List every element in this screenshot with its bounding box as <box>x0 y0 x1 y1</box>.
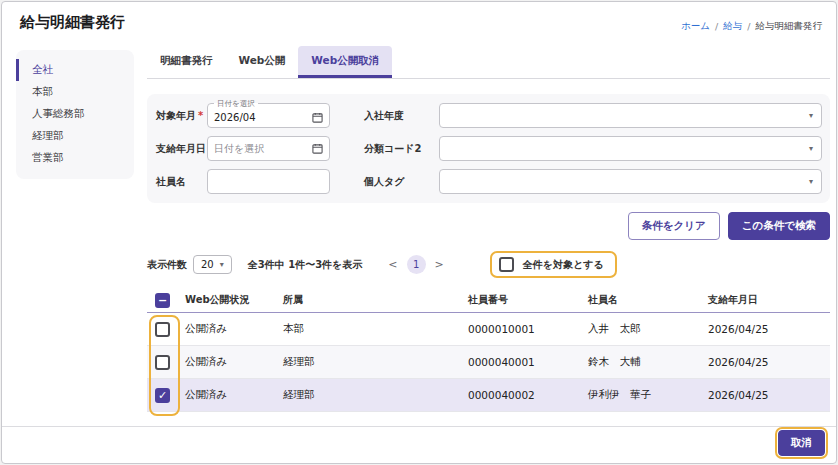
cell-status: 公開済み <box>185 355 283 369</box>
row-checkbox[interactable] <box>155 322 170 337</box>
select-all-checkbox[interactable] <box>499 257 514 272</box>
select-all-label[interactable]: 全件を対象とする <box>523 258 604 272</box>
column-header-employee-name: 社員名 <box>588 293 708 307</box>
sidebar-item-headquarters[interactable]: 本部 <box>16 81 134 103</box>
table-row[interactable]: ✓ 公開済み 経理部 0000040002 伊利伊 華子 2026/04/25 <box>147 379 830 412</box>
breadcrumb-salary-link[interactable]: 給与 <box>723 20 742 33</box>
personal-tag-label: 個人タグ <box>360 175 439 189</box>
employee-name-field <box>207 169 330 194</box>
sidebar-item-label: 人事総務部 <box>32 107 85 121</box>
search-filter-panel: 対象年月* 日付を選択 入社年度 ▾ 支給年月日 分類コード2 ▾ <box>147 94 830 203</box>
page-size-select[interactable]: 20 ▾ <box>193 255 232 274</box>
sidebar-item-all-company[interactable]: 全社 <box>16 59 134 81</box>
category-code2-label: 分類コード2 <box>360 142 439 156</box>
chevron-left-icon[interactable]: < <box>388 259 397 270</box>
cell-employee-name: 伊利伊 華子 <box>588 388 708 402</box>
pagination: < 1 > <box>388 255 443 274</box>
footer-divider <box>2 426 836 427</box>
pay-date-field <box>207 136 330 161</box>
cell-employee-name: 鈴木 大輔 <box>588 355 708 369</box>
sidebar-item-sales[interactable]: 営業部 <box>16 147 134 169</box>
list-controls: 表示件数 20 ▾ 全3件中 1件〜3件を表示 < 1 > 全件を対象とする <box>147 251 830 278</box>
tab-web-publish[interactable]: Web公開 <box>226 46 299 78</box>
chevron-down-icon: ▾ <box>809 111 813 120</box>
employee-name-label: 社員名 <box>152 175 207 189</box>
page-number-1[interactable]: 1 <box>407 255 426 274</box>
sidebar-item-label: 本部 <box>32 85 53 99</box>
payroll-statement-page: 給与明細書発行 ホーム / 給与 / 給与明細書発行 全社 本部 人事総務部 経… <box>1 1 837 464</box>
cancel-button-highlight: 取消 <box>775 427 828 459</box>
row-checkbox[interactable] <box>155 355 170 370</box>
cell-pay-date: 2026/04/25 <box>708 356 830 368</box>
target-month-label: 対象年月* <box>152 109 207 123</box>
select-all-group: 全件を対象とする <box>490 251 617 278</box>
cell-department: 経理部 <box>283 388 468 402</box>
breadcrumb-separator: / <box>747 21 750 32</box>
header-select-checkbox[interactable]: − <box>155 293 170 308</box>
target-month-floating-label: 日付を選択 <box>214 99 258 109</box>
sidebar-item-accounting[interactable]: 経理部 <box>16 125 134 147</box>
main-content: 明細書発行 Web公開 Web公開取消 対象年月* 日付を選択 入社年度 ▾ 支… <box>147 46 830 412</box>
pay-date-input[interactable] <box>208 137 312 160</box>
chevron-down-icon: ▾ <box>809 144 813 153</box>
cell-department: 本部 <box>283 322 468 336</box>
cell-pay-date: 2026/04/25 <box>708 389 830 401</box>
cell-pay-date: 2026/04/25 <box>708 323 830 335</box>
cell-employee-no: 0000040002 <box>468 389 588 401</box>
tab-statement-issue[interactable]: 明細書発行 <box>147 46 226 78</box>
target-month-input[interactable] <box>208 109 312 126</box>
cell-employee-no: 0000040001 <box>468 356 588 368</box>
sidebar-item-label: 経理部 <box>32 129 64 143</box>
breadcrumb-home-link[interactable]: ホーム <box>681 20 710 33</box>
column-header-department: 所属 <box>283 293 468 307</box>
target-month-field: 日付を選択 <box>207 99 330 128</box>
column-header-pay-date: 支給年月日 <box>708 293 830 307</box>
table-row[interactable]: 公開済み 本部 0000010001 入井 太郎 2026/04/25 <box>147 313 830 346</box>
personal-tag-select[interactable]: ▾ <box>439 169 822 194</box>
cell-status: 公開済み <box>185 388 283 402</box>
table-header-row: − Web公開状況 所属 社員番号 社員名 支給年月日 <box>147 288 830 313</box>
hire-year-select[interactable]: ▾ <box>439 103 822 128</box>
sidebar-item-label: 全社 <box>32 63 53 77</box>
page-size-value: 20 <box>201 259 214 270</box>
employee-table: − Web公開状況 所属 社員番号 社員名 支給年月日 公開済み 本部 0000… <box>147 288 830 412</box>
category-code2-select[interactable]: ▾ <box>439 136 822 161</box>
page-title: 給与明細書発行 <box>20 13 125 32</box>
cell-status: 公開済み <box>185 322 283 336</box>
result-range-text: 全3件中 1件〜3件を表示 <box>248 258 363 272</box>
sidebar-item-label: 営業部 <box>32 151 64 165</box>
breadcrumb-current: 給与明細書発行 <box>756 20 823 33</box>
chevron-right-icon[interactable]: > <box>435 259 444 270</box>
cancel-publish-button[interactable]: 取消 <box>778 430 825 456</box>
column-header-employee-no: 社員番号 <box>468 293 588 307</box>
chevron-down-icon: ▾ <box>809 177 813 186</box>
cell-department: 経理部 <box>283 355 468 369</box>
breadcrumb-separator: / <box>715 21 718 32</box>
pay-date-label: 支給年月日 <box>152 142 207 156</box>
required-asterisk: * <box>198 110 203 121</box>
department-sidebar: 全社 本部 人事総務部 経理部 営業部 <box>16 50 134 179</box>
search-actions: 条件をクリア この条件で検索 <box>147 212 830 240</box>
sidebar-item-hr-general-affairs[interactable]: 人事総務部 <box>16 103 134 125</box>
employee-name-input[interactable] <box>208 170 329 193</box>
cell-employee-name: 入井 太郎 <box>588 322 708 336</box>
clear-conditions-button[interactable]: 条件をクリア <box>628 212 720 240</box>
tab-bar: 明細書発行 Web公開 Web公開取消 <box>147 46 830 79</box>
calendar-icon[interactable] <box>312 112 323 123</box>
tab-web-publish-cancel[interactable]: Web公開取消 <box>298 46 392 78</box>
hire-year-label: 入社年度 <box>360 109 439 123</box>
calendar-icon[interactable] <box>312 143 323 154</box>
breadcrumb: ホーム / 給与 / 給与明細書発行 <box>681 20 822 33</box>
cell-employee-no: 0000010001 <box>468 323 588 335</box>
row-checkbox[interactable]: ✓ <box>155 388 170 403</box>
page-size-label: 表示件数 <box>147 258 187 272</box>
table-row[interactable]: 公開済み 経理部 0000040001 鈴木 大輔 2026/04/25 <box>147 346 830 379</box>
chevron-down-icon: ▾ <box>220 260 224 269</box>
search-with-conditions-button[interactable]: この条件で検索 <box>728 212 830 240</box>
column-header-web-publish-status: Web公開状況 <box>185 293 283 307</box>
